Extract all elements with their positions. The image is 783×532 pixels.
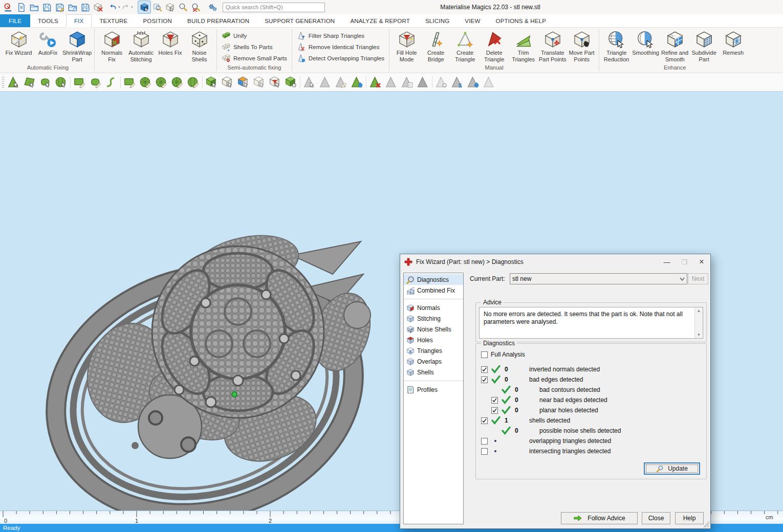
subdivide-part-button[interactable]: Subdivide Part	[689, 29, 719, 62]
remove-identical-triangles-button[interactable]: Remove Identical Triangles	[295, 42, 386, 52]
follow-advice-button[interactable]: Follow Advice	[561, 512, 638, 524]
current-part-dropdown[interactable]: stl new	[510, 273, 687, 284]
tab-tools[interactable]: TOOLS	[30, 14, 66, 27]
cube-face-marking-icon[interactable]	[204, 75, 220, 90]
sidebar-item-triangles[interactable]: Triangles	[404, 345, 463, 356]
automatic-stitching-button[interactable]: Automatic Stitching	[126, 29, 156, 62]
tab-position[interactable]: POSITION	[135, 14, 180, 27]
translate-part-points-button[interactable]: Translate Part Points	[538, 29, 567, 62]
sidebar-item-stitching[interactable]: Stitching	[404, 313, 463, 324]
advice-scrollbar[interactable]: ▲ ▼	[694, 307, 703, 338]
shrinkwrap-part-button[interactable]: ShrinkWrap Part	[62, 29, 92, 62]
undo-icon[interactable]: ▼	[108, 1, 121, 13]
mark-surface-icon[interactable]	[37, 75, 53, 90]
diagnostic-checkbox[interactable]	[491, 397, 498, 404]
delete-marked-tool-icon[interactable]	[367, 75, 383, 90]
zoom-selection-icon[interactable]	[151, 1, 163, 13]
dialog-titlebar[interactable]: Fix Wizard (Part: stl new) > Diagnostics…	[400, 254, 710, 270]
shells-to-parts-button[interactable]: Shells To Parts	[220, 42, 289, 52]
holes-fix-button[interactable]: Holes Fix	[156, 29, 185, 56]
fix-wizard-button[interactable]: Fix Wizard	[4, 29, 33, 56]
sidebar-item-holes[interactable]: Holes	[404, 335, 463, 345]
fill-hole-mode-button[interactable]: Fill Hole Mode	[392, 29, 421, 62]
polyline-marking-icon[interactable]	[103, 75, 119, 90]
tab-file[interactable]: FILE	[0, 14, 30, 27]
zoom-in-icon[interactable]	[177, 1, 189, 13]
import-part-icon[interactable]	[66, 1, 78, 13]
tab-texture[interactable]: TEXTURE	[92, 14, 135, 27]
create-triangle-button[interactable]: Create Triangle	[450, 29, 480, 62]
trim-triangles-button[interactable]: Trim Triangles	[509, 29, 538, 62]
dialog-resize-grip[interactable]	[703, 521, 709, 527]
detect-overlapping-triangles-button[interactable]: Detect Overlapping Triangles	[295, 53, 386, 63]
tab-slicing[interactable]: SLICING	[418, 14, 457, 27]
full-analysis-checkbox[interactable]	[481, 351, 488, 358]
drop-triangle-tool-icon[interactable]	[465, 75, 481, 90]
sidebar-item-overlaps[interactable]: Overlaps	[404, 356, 463, 367]
next-button[interactable]: Next	[688, 273, 708, 284]
toolbar-drag-handle-icon[interactable]	[1, 76, 4, 89]
diagnostic-checkbox[interactable]	[481, 376, 488, 383]
diagnostic-checkbox[interactable]	[491, 407, 498, 414]
view-mode-icon[interactable]	[138, 1, 150, 13]
redo-icon[interactable]: ▼	[121, 1, 134, 13]
sector-marking-icon[interactable]	[169, 75, 185, 90]
open-folder-icon[interactable]	[28, 1, 40, 13]
cube-colored-marking-icon[interactable]	[235, 75, 251, 90]
fit-view-icon[interactable]	[164, 1, 176, 13]
diagnostic-checkbox[interactable]	[481, 438, 488, 445]
circle-marking-icon[interactable]	[138, 75, 154, 90]
save-as-icon[interactable]	[53, 1, 66, 13]
remove-small-parts-button[interactable]: Remove Small Parts	[220, 53, 289, 63]
tab-build-preparation[interactable]: BUILD PREPARATION	[180, 14, 257, 27]
move-part-points-button[interactable]: Move Part Points	[567, 29, 596, 62]
dialog-maximize-button[interactable]: ❒	[676, 255, 693, 269]
remove-part-icon[interactable]	[92, 1, 104, 13]
tab-support-generation[interactable]: SUPPORT GENERATION	[257, 14, 342, 27]
export-part-icon[interactable]	[79, 1, 91, 13]
new-document-icon[interactable]	[15, 1, 27, 13]
sidebar-item-normals[interactable]: Normals	[404, 302, 463, 313]
mark-triangle-icon[interactable]	[6, 75, 21, 90]
dialog-minimize-button[interactable]: —	[658, 255, 676, 269]
overlap-detect-tool-icon[interactable]	[349, 75, 365, 90]
triangle-reduction-button[interactable]: Triangle Reduction	[602, 29, 631, 62]
cube-hole-marking-icon[interactable]	[267, 75, 283, 90]
diagnostic-checkbox[interactable]	[481, 366, 488, 373]
scroll-down-icon[interactable]: ▼	[697, 332, 701, 337]
filter-sharp-triangles-button[interactable]: Filter Sharp Triangles	[295, 31, 386, 41]
autofix-button[interactable]: AutoFix	[33, 29, 62, 56]
tab-fix[interactable]: FIX	[66, 14, 92, 28]
smooth-shell-tool-icon[interactable]: S	[449, 75, 465, 90]
sidebar-item-profiles[interactable]: Profiles	[404, 384, 463, 395]
sidebar-item-diagnostics[interactable]: Diagnostics	[404, 274, 463, 285]
freeform-marking-icon[interactable]	[88, 75, 103, 90]
update-button[interactable]: Update	[644, 462, 700, 475]
noise-shells-button[interactable]: Noise Shells	[185, 29, 214, 62]
diagnostic-checkbox[interactable]	[481, 448, 488, 455]
smoothing-button[interactable]: Smoothing	[631, 29, 660, 56]
refine-and-smooth-button[interactable]: Refine and Smooth	[660, 29, 689, 62]
advice-textarea[interactable]: No more errors are detected. It seems th…	[479, 307, 703, 339]
remesh-button[interactable]: Remesh	[719, 29, 748, 56]
brush-marking-icon[interactable]	[185, 75, 201, 90]
magics-logo-icon[interactable]	[2, 1, 14, 13]
cube-marking-icon[interactable]	[220, 75, 235, 90]
cube-dots-marking-icon[interactable]	[283, 75, 299, 90]
settings-icon[interactable]	[206, 1, 219, 13]
tab-analyze-report[interactable]: ANALYZE & REPORT	[342, 14, 418, 27]
create-bridge-button[interactable]: Create Bridge	[421, 29, 450, 62]
quick-search-input[interactable]	[223, 3, 325, 12]
diagnostic-checkbox[interactable]	[481, 417, 488, 424]
delete-triangle-button[interactable]: Delete Triangle	[480, 29, 509, 62]
tab-options-help[interactable]: OPTIONS & HELP	[488, 14, 554, 27]
unzoom-icon[interactable]	[189, 1, 202, 13]
tab-view[interactable]: VIEW	[457, 14, 488, 27]
star-marking-icon[interactable]	[154, 75, 169, 90]
unify-button[interactable]: Unify	[220, 31, 289, 41]
mark-plane-icon[interactable]	[21, 75, 37, 90]
save-icon[interactable]	[40, 1, 53, 13]
scroll-up-icon[interactable]: ▲	[697, 308, 701, 313]
3d-viewport[interactable]: Z Y Fix Wizard (Part: stl new) > Diagnos…	[0, 92, 783, 511]
mark-shell-icon[interactable]	[53, 75, 69, 90]
